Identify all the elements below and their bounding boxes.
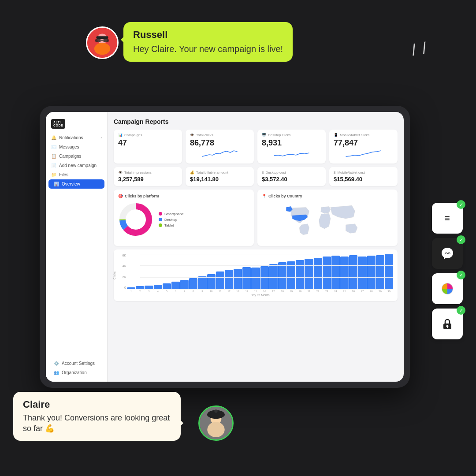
logo-box: ALTICODE [51,119,65,129]
bar-9 [207,274,216,289]
main-content: Campaign Reports 📊 Campaigns 47 👁️ Total… [108,112,404,382]
desktop-cost-icon: $ [262,171,264,175]
legend-desktop: Desktop [159,218,184,222]
x-label-21: 21 [305,290,313,293]
x-label-23: 23 [323,290,331,293]
bar-7 [189,278,197,289]
bar-27 [367,256,376,289]
bar-10 [216,271,224,289]
claire-message: Thank you! Conversions are looking great… [23,413,171,434]
svg-rect-21 [447,326,448,328]
stat-campaigns: 📊 Campaigns 47 [114,130,182,164]
russell-message: Hey Claire. Your new campaign is live! [133,43,283,55]
x-label-4: 4 [154,290,162,293]
organization-icon: 👥 [54,370,59,375]
svg-point-14 [207,422,224,438]
stat-mobile-cost-label: $ Mobile/tablet cost [334,171,393,175]
tablet-device: ALTICODE 🔔 Notifications › ✉️ Messages 📋… [40,106,410,388]
sidebar-item-files[interactable]: 📁 Files [46,170,107,179]
stat-billable-value: $19,141.80 [190,176,249,182]
campaigns-icon: 📋 [51,154,56,159]
notifications-icon: 🔔 [51,135,56,140]
decorative-lines: / / [410,38,429,60]
pie-chart-icon [441,282,454,295]
total-clicks-sparkline [190,148,249,158]
stat-impressions-label: 👁️ Total impressions [118,171,178,175]
legend-smartphone: Smartphone [159,212,184,216]
gridline-top [140,254,393,254]
sidebar-bottom: ⚙️ Account Settings 👥 Organization [46,359,108,377]
sidebar-item-messages[interactable]: ✉️ Messages [46,142,107,152]
svg-rect-5 [103,39,108,42]
world-map-svg [262,202,393,242]
clicks-stat-icon: 👁️ [190,133,194,137]
stat-total-clicks-value: 86,778 [190,139,249,148]
stat-mobile-cost: $ Mobile/tablet cost $15,569.40 [329,167,398,186]
sidebar-item-organization[interactable]: 👥 Organization [48,368,105,377]
x-label-30: 30 [385,290,393,293]
stat-desktop-clicks-label: 🖥️ Desktop clicks [262,133,321,137]
bar-6 [180,280,189,289]
bar-15 [260,266,269,289]
x-axis-title: Day Of Month [127,294,393,297]
sidebar-item-account-settings[interactable]: ⚙️ Account Settings [48,359,105,368]
check-badge-chart: ✓ [457,271,465,279]
x-label-22: 22 [314,290,322,293]
overview-icon: 📊 [54,182,59,186]
settings-icon: ⚙️ [54,361,59,366]
avatar-russell [86,26,119,59]
bar-chart-area: 6K 4K 2K 0 [127,254,393,289]
sidebar-label-files: Files [59,172,68,177]
bar-20 [305,259,313,289]
svg-rect-16 [207,413,224,416]
bar-11 [225,270,233,289]
charts-row: 🎯 Clicks by platform [114,190,398,246]
sidebar-label-messages: Messages [59,145,79,149]
add-campaign-icon: 📄 [51,163,56,168]
svg-rect-6 [101,40,104,41]
check-badge-messenger: ✓ [457,235,465,244]
icon-card-lock[interactable]: ✓ [432,309,463,339]
bar-chart-wrapper: Clicks 6K 4K 2K 0 [118,254,393,297]
sidebar-item-campaigns[interactable]: 📋 Campaigns [46,152,107,161]
smartphone-dot [159,212,162,216]
x-label-25: 25 [340,290,349,293]
bar-17 [278,262,286,289]
platform-icon: 🎯 [118,194,123,198]
bar-16 [269,264,278,289]
sidebar-logo: ALTICODE [46,117,107,133]
x-label-27: 27 [358,290,366,293]
icon-card-messenger[interactable]: ✓ [432,238,463,269]
gridline-mid2 [140,277,393,278]
map-chart-title: 📍 Clicks by Country [262,194,393,198]
bar-5 [171,282,180,289]
icon-card-menu[interactable]: ≡ ✓ [432,203,463,234]
claire-name: Claire [23,399,171,410]
sidebar-label-campaigns: Campaigns [59,154,82,159]
icon-card-chart[interactable]: ✓ [432,273,463,304]
sidebar-label-organization: Organization [62,370,87,375]
x-label-10: 10 [207,290,216,293]
stat-billable-label: 💰 Total billable amount [190,171,249,175]
sidebar-item-overview[interactable]: 📊 Overview [48,179,104,189]
check-badge-menu: ✓ [457,200,465,209]
stats-grid-row2: 👁️ Total impressions 3,257,589 💰 Total b… [114,167,398,186]
bar-3 [154,285,162,289]
messenger-icon [441,247,454,260]
x-label-17: 17 [269,290,278,293]
svg-point-11 [128,212,144,227]
desktop-stat-icon: 🖥️ [262,133,266,137]
bar-19 [296,260,304,289]
sidebar-item-add-campaign[interactable]: 📄 Add new campaign [46,161,107,170]
donut-svg [118,202,153,237]
stat-billable: 💰 Total billable amount $19,141.80 [186,167,254,186]
billable-icon: 💰 [190,171,194,175]
menu-icon: ≡ [444,212,450,224]
sidebar-item-notifications[interactable]: 🔔 Notifications › [46,133,107,142]
bar-2 [145,286,153,289]
gridline-mid1 [140,265,393,266]
files-icon: 📁 [51,172,56,177]
bar-23 [331,256,340,289]
bar-25 [349,255,357,289]
donut-chart-title: 🎯 Clicks by platform [118,194,249,198]
